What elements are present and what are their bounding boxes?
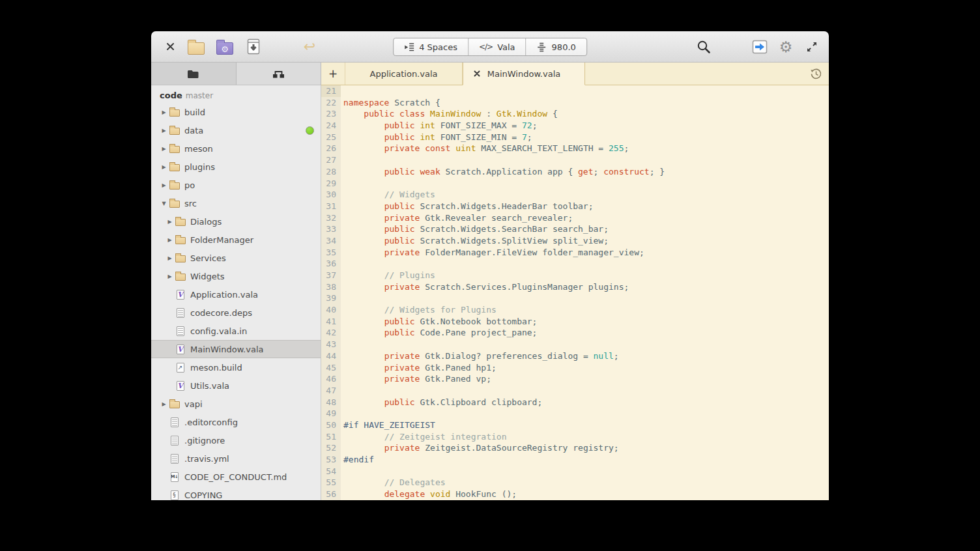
folder-icon [174, 235, 186, 244]
language-button[interactable]: </> Vala [468, 38, 526, 55]
expander-icon[interactable]: ▶ [166, 274, 174, 279]
tree-item-vapi[interactable]: ▶vapi [151, 395, 321, 413]
tree-item-plugins[interactable]: ▶plugins [151, 158, 321, 176]
expander-icon[interactable]: ▶ [166, 219, 174, 225]
expander-icon[interactable]: ▶ [166, 237, 174, 243]
tree-item-label: meson [184, 144, 213, 154]
tree-item-editorconfig[interactable]: .editorconfig [151, 413, 321, 431]
outline-view-tab[interactable] [237, 63, 321, 85]
tree-item-mainwindow-vala[interactable]: VMainWindow.vala [151, 340, 321, 358]
expander-icon[interactable]: ▶ [160, 164, 168, 170]
window-close-icon[interactable] [163, 40, 177, 54]
tree-item-foldermanager[interactable]: ▶FolderManager [151, 231, 321, 249]
line-number: 24 [321, 120, 341, 132]
line-number: 31 [321, 201, 341, 212]
expander-icon[interactable]: ▶ [160, 401, 168, 407]
share-button[interactable] [751, 38, 769, 56]
save-as-button[interactable] [244, 37, 263, 57]
fullscreen-button[interactable] [803, 38, 821, 56]
markdown-file-icon: M↓ [168, 472, 180, 482]
tree-item-label: build [184, 107, 205, 117]
indent-width-button[interactable]: 4 Spaces [394, 38, 468, 55]
tree-item-services[interactable]: ▶Services [151, 249, 321, 267]
tree-item-meson-build[interactable]: ↗meson.build [151, 358, 321, 376]
indent-width-label: 4 Spaces [419, 42, 457, 52]
tree-item-src[interactable]: ▼src [151, 194, 321, 212]
tree-item-config-vala-in[interactable]: config.vala.in [151, 322, 321, 340]
tree-item-application-vala[interactable]: VApplication.vala [151, 285, 321, 304]
search-icon [696, 39, 712, 55]
code-line: 23 public class MainWindow : Gtk.Window … [321, 108, 829, 120]
editor-settings-group: 4 Spaces </> Vala 980.0 [393, 38, 587, 56]
code-line: 42 public Code.Pane project_pane; [321, 327, 829, 339]
code-line: 53#endif [321, 454, 829, 466]
line-number: 53 [321, 454, 341, 466]
text-file-icon [174, 308, 186, 318]
line-number: 51 [321, 431, 341, 443]
tree-item-widgets[interactable]: ▶Widgets [151, 267, 321, 285]
files-view-tab[interactable] [151, 63, 237, 85]
new-tab-button[interactable]: + [321, 63, 345, 85]
tree-item-label: .gitignore [184, 436, 225, 445]
line-number: 52 [321, 442, 341, 454]
expander-icon[interactable]: ▶ [160, 146, 168, 152]
line-number: 54 [321, 466, 341, 477]
tree-item-gitignore[interactable]: .gitignore [151, 431, 321, 449]
tree-item-po[interactable]: ▶po [151, 176, 321, 194]
line-number: 37 [321, 270, 341, 281]
code-line: 21 [321, 85, 829, 97]
tree-item-label: src [184, 199, 197, 208]
code-text [341, 408, 343, 419]
line-number: 45 [321, 362, 341, 374]
tree-item-label: Dialogs [190, 217, 222, 227]
open-file-button[interactable] [186, 37, 206, 57]
search-button[interactable] [696, 39, 712, 55]
project-header[interactable]: codemaster [151, 85, 321, 103]
tree-item-label: COPYING [184, 490, 222, 500]
code-line: 34 public Scratch.Widgets.SplitView spli… [321, 235, 829, 247]
expander-icon[interactable]: ▶ [160, 128, 168, 134]
templates-button[interactable]: ⚙ [215, 37, 235, 57]
folder-icon [168, 144, 180, 153]
line-number: 25 [321, 132, 341, 143]
line-number: 21 [321, 85, 341, 97]
code-editor-window: ⚙ ↩ 4 Spaces [151, 31, 829, 500]
tree-item-travis-yml[interactable]: .travis.yml [151, 449, 321, 468]
expander-icon[interactable]: ▶ [166, 255, 174, 261]
expander-icon[interactable]: ▶ [160, 182, 168, 188]
undo-button[interactable]: ↩ [300, 37, 319, 57]
code-line: 55 // Delegates [321, 477, 829, 488]
code-text: public Scratch.Widgets.HeaderBar toolbar… [341, 201, 594, 212]
folder-icon [168, 180, 180, 190]
vala-file-icon: V [174, 290, 186, 300]
tree-item-code-of-conduct-md[interactable]: M↓CODE_OF_CONDUCT.md [151, 468, 321, 486]
recent-files-button[interactable] [810, 63, 829, 85]
goto-line-button[interactable]: 980.0 [526, 38, 586, 55]
tab-mainwindow-vala[interactable]: MainWindow.vala [463, 63, 585, 85]
tree-item-codecore-deps[interactable]: codecore.deps [151, 304, 321, 322]
tree-item-utils-vala[interactable]: VUtils.vala [151, 376, 321, 395]
code-editor[interactable]: 2122namespace Scratch {23 public class M… [321, 85, 829, 500]
line-number: 49 [321, 408, 341, 419]
tab-application-vala[interactable]: Application.vala [345, 63, 463, 85]
tree-item-label: data [184, 126, 203, 135]
code-text: public Code.Pane project_pane; [341, 327, 537, 339]
tree-item-data[interactable]: ▶data [151, 121, 321, 139]
project-sidebar: codemaster ▶build▶data▶meson▶plugins▶po▼… [151, 85, 321, 500]
tree-item-build[interactable]: ▶build [151, 103, 321, 121]
code-text: delegate void HookFunc (); [341, 488, 517, 500]
undo-icon: ↩ [304, 38, 315, 55]
tree-item-meson[interactable]: ▶meson [151, 139, 321, 158]
tree-item-copying[interactable]: §COPYING [151, 486, 321, 500]
folder-icon [174, 217, 186, 226]
headerbar: ⚙ ↩ 4 Spaces [151, 31, 829, 63]
tab-close-icon[interactable] [472, 68, 482, 79]
folder-icon [174, 272, 186, 281]
tree-item-dialogs[interactable]: ▶Dialogs [151, 212, 321, 231]
code-text: // Plugins [341, 270, 435, 281]
code-line: 24 public int FONT_SIZE_MAX = 72; [321, 120, 829, 132]
expander-icon[interactable]: ▶ [160, 109, 168, 115]
code-text: private Gtk.Paned hp1; [341, 362, 497, 374]
expander-icon[interactable]: ▼ [160, 201, 168, 206]
settings-button[interactable]: ⚙ [777, 38, 795, 56]
